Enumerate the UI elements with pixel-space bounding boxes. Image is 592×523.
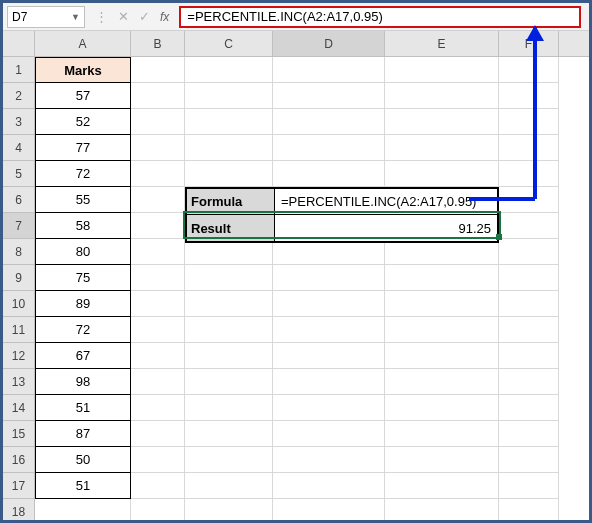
cell[interactable]: 75: [35, 265, 131, 291]
cell[interactable]: [131, 473, 185, 499]
cell[interactable]: 77: [35, 135, 131, 161]
cell[interactable]: [385, 369, 499, 395]
row-header[interactable]: 16: [3, 447, 34, 473]
cell[interactable]: 80: [35, 239, 131, 265]
cell[interactable]: [273, 161, 385, 187]
cell-A1[interactable]: Marks: [35, 57, 131, 83]
cell[interactable]: 58: [35, 213, 131, 239]
cell[interactable]: [273, 369, 385, 395]
cell[interactable]: 72: [35, 161, 131, 187]
row-header[interactable]: 6: [3, 187, 34, 213]
cell[interactable]: [131, 265, 185, 291]
cell[interactable]: [273, 447, 385, 473]
row-header[interactable]: 11: [3, 317, 34, 343]
cell[interactable]: [185, 57, 273, 83]
cell[interactable]: [131, 395, 185, 421]
cell[interactable]: [185, 343, 273, 369]
cell[interactable]: 50: [35, 447, 131, 473]
cell[interactable]: [131, 213, 185, 239]
cell[interactable]: [185, 291, 273, 317]
formula-value[interactable]: =PERCENTILE.INC(A2:A17,0.95): [275, 189, 497, 215]
cell[interactable]: 57: [35, 83, 131, 109]
cell[interactable]: [499, 291, 559, 317]
cell[interactable]: [131, 343, 185, 369]
row-header[interactable]: 1: [3, 57, 34, 83]
cell[interactable]: 51: [35, 395, 131, 421]
cell[interactable]: [273, 135, 385, 161]
cell[interactable]: [273, 343, 385, 369]
cell[interactable]: [499, 317, 559, 343]
cell[interactable]: [273, 57, 385, 83]
row-header[interactable]: 2: [3, 83, 34, 109]
cell[interactable]: [185, 369, 273, 395]
col-header[interactable]: B: [131, 31, 185, 56]
cell[interactable]: [385, 265, 499, 291]
cell[interactable]: [131, 421, 185, 447]
cell[interactable]: [185, 109, 273, 135]
cell[interactable]: [385, 395, 499, 421]
cell[interactable]: [185, 395, 273, 421]
col-header[interactable]: C: [185, 31, 273, 56]
row-header[interactable]: 10: [3, 291, 34, 317]
cell[interactable]: [131, 135, 185, 161]
row-header[interactable]: 8: [3, 239, 34, 265]
row-header[interactable]: 17: [3, 473, 34, 499]
cell[interactable]: [131, 291, 185, 317]
cell[interactable]: [185, 499, 273, 523]
cell[interactable]: [185, 447, 273, 473]
cell[interactable]: [185, 317, 273, 343]
cell[interactable]: [35, 499, 131, 523]
cell[interactable]: [385, 499, 499, 523]
fx-icon[interactable]: fx: [160, 10, 169, 24]
cell[interactable]: 89: [35, 291, 131, 317]
row-header[interactable]: 12: [3, 343, 34, 369]
cell[interactable]: [499, 499, 559, 523]
cell[interactable]: [499, 447, 559, 473]
formula-input[interactable]: =PERCENTILE.INC(A2:A17,0.95): [179, 6, 581, 28]
cell[interactable]: [273, 317, 385, 343]
cell[interactable]: [185, 161, 273, 187]
cell[interactable]: [499, 265, 559, 291]
row-header[interactable]: 15: [3, 421, 34, 447]
cell[interactable]: [385, 317, 499, 343]
enter-icon[interactable]: ✓: [139, 9, 150, 24]
cell[interactable]: 72: [35, 317, 131, 343]
row-header[interactable]: 4: [3, 135, 34, 161]
cell[interactable]: [385, 161, 499, 187]
cell[interactable]: [273, 395, 385, 421]
cell[interactable]: [499, 161, 559, 187]
cell[interactable]: [273, 83, 385, 109]
cell[interactable]: [385, 135, 499, 161]
cell[interactable]: [273, 109, 385, 135]
cell[interactable]: [499, 421, 559, 447]
select-all-corner[interactable]: [3, 31, 34, 57]
cell[interactable]: [499, 369, 559, 395]
cell[interactable]: 52: [35, 109, 131, 135]
cell[interactable]: 51: [35, 473, 131, 499]
cell[interactable]: [131, 239, 185, 265]
cell[interactable]: [131, 161, 185, 187]
cell[interactable]: [185, 473, 273, 499]
name-box[interactable]: D7 ▼: [7, 6, 85, 28]
cell[interactable]: [385, 473, 499, 499]
cell[interactable]: [185, 421, 273, 447]
cell[interactable]: [385, 447, 499, 473]
cell[interactable]: [131, 499, 185, 523]
cell[interactable]: [499, 109, 559, 135]
cell[interactable]: [499, 135, 559, 161]
cell[interactable]: [499, 395, 559, 421]
cell[interactable]: [499, 473, 559, 499]
cell[interactable]: 98: [35, 369, 131, 395]
cell[interactable]: [385, 57, 499, 83]
col-header[interactable]: A: [35, 31, 131, 56]
cell[interactable]: [273, 499, 385, 523]
cell[interactable]: [273, 265, 385, 291]
cell[interactable]: [499, 83, 559, 109]
chevron-down-icon[interactable]: ▼: [71, 12, 80, 22]
cell[interactable]: [385, 83, 499, 109]
cell[interactable]: [131, 369, 185, 395]
cell[interactable]: [499, 239, 559, 265]
row-header[interactable]: 5: [3, 161, 34, 187]
cell[interactable]: [185, 135, 273, 161]
cell[interactable]: [273, 421, 385, 447]
